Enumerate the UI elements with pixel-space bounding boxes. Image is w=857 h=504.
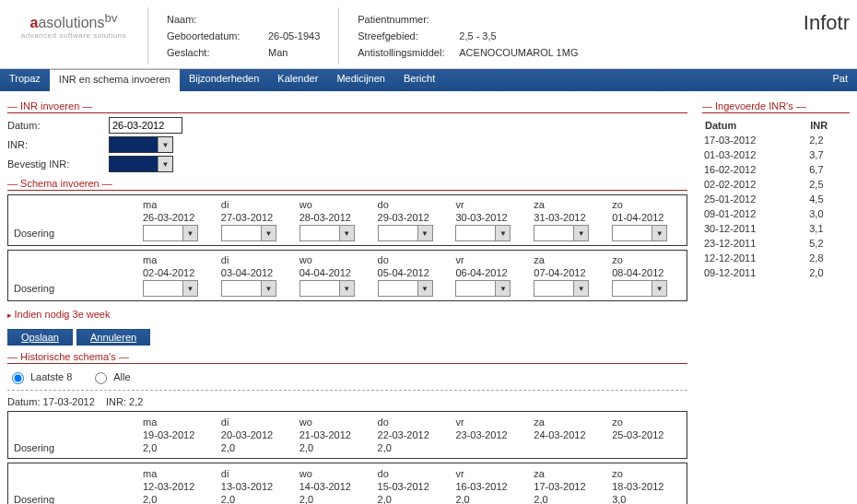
- dropdown-arrow-icon: ▼: [261, 281, 276, 296]
- date-label: 26-03-2012: [143, 212, 212, 223]
- tab-inr-schema[interactable]: INR en schema invoeren: [50, 69, 180, 91]
- dose-select[interactable]: ▼: [378, 280, 433, 297]
- table-row: 17-03-20122,2: [704, 134, 848, 147]
- dropdown-arrow-icon: ▼: [182, 281, 197, 296]
- date-label: 20-03-2012: [221, 428, 290, 441]
- dropdown-arrow-icon: ▼: [417, 281, 432, 296]
- date-label: 18-03-2012: [612, 480, 681, 493]
- dosering-label: Dosering: [14, 441, 134, 454]
- date-label: 23-03-2012: [455, 428, 524, 441]
- day-label: zo: [612, 467, 681, 480]
- day-label: ma: [143, 467, 212, 480]
- dose-select[interactable]: ▼: [612, 280, 667, 297]
- radio-laatste8[interactable]: Laatste 8: [7, 369, 72, 384]
- header: aasolutionsbv advanced software solution…: [0, 0, 857, 69]
- date-label: 15-03-2012: [378, 480, 447, 493]
- antistolling-label: Antistollingsmiddel:: [358, 44, 459, 61]
- logo: aasolutionsbv advanced software solution…: [0, 7, 147, 64]
- day-label: ma: [143, 199, 212, 210]
- datum-label: Datum:: [7, 120, 109, 131]
- day-label: di: [221, 254, 290, 265]
- day-label: ma: [143, 416, 212, 428]
- annuleren-button[interactable]: Annuleren: [76, 329, 150, 346]
- table-row: 12-12-20112,8: [704, 252, 848, 264]
- logo-sup: bv: [104, 11, 117, 25]
- dose-value: 2,0: [221, 441, 290, 454]
- dose-select[interactable]: ▼: [221, 225, 276, 241]
- dose-select[interactable]: ▼: [143, 225, 198, 241]
- tab-right[interactable]: Pat: [823, 69, 857, 91]
- dropdown-arrow-icon: ▼: [495, 226, 510, 240]
- tab-tropaz[interactable]: Tropaz: [0, 69, 50, 91]
- radio-alle-label: Alle: [113, 371, 130, 382]
- logo-text: asolutions: [38, 15, 104, 30]
- dose-select[interactable]: ▼: [534, 225, 589, 241]
- tab-bericht[interactable]: Bericht: [394, 69, 444, 91]
- dose-select[interactable]: ▼: [612, 225, 667, 241]
- date-label: 01-04-2012: [612, 212, 681, 223]
- day-label: vr: [455, 467, 524, 480]
- hist-datum-val: 17-03-2012: [43, 396, 95, 407]
- dose-select[interactable]: ▼: [455, 280, 511, 297]
- inr-date: 30-12-2011: [704, 222, 807, 235]
- dropdown-arrow-icon: ▼: [652, 281, 666, 296]
- radio-laatste8-input[interactable]: [12, 372, 24, 384]
- day-label: wo: [299, 467, 369, 480]
- date-label: 14-03-2012: [299, 480, 369, 493]
- bevestig-inr-label: Bevestig INR:: [7, 158, 109, 170]
- tab-bijzonderheden[interactable]: Bijzonderheden: [180, 69, 268, 91]
- dose-select[interactable]: ▼: [534, 280, 589, 297]
- table-row: 16-02-20126,7: [704, 163, 848, 176]
- date-label: 02-04-2012: [143, 267, 212, 278]
- antistolling-value: ACENOCOUMAROL 1MG: [459, 47, 578, 58]
- dose-value: 2,0: [299, 441, 369, 454]
- table-row: 25-01-20124,5: [704, 193, 848, 205]
- day-label: ma: [143, 254, 212, 265]
- dose-select[interactable]: ▼: [221, 280, 276, 297]
- day-label: wo: [299, 199, 369, 210]
- dose-value: 3,0: [612, 493, 681, 504]
- day-label: za: [534, 416, 603, 428]
- dose-select[interactable]: ▼: [143, 280, 198, 297]
- date-label: 21-03-2012: [299, 428, 369, 441]
- dose-select[interactable]: ▼: [378, 225, 433, 241]
- day-label: zo: [612, 254, 681, 265]
- tab-medicijnen[interactable]: Medicijnen: [327, 69, 394, 91]
- day-label: zo: [612, 416, 681, 428]
- datum-input[interactable]: [109, 117, 182, 134]
- brand-right: Infotr: [796, 7, 857, 64]
- day-label: di: [221, 467, 290, 480]
- dose-select[interactable]: ▼: [299, 280, 355, 297]
- inr-value: 2,0: [809, 266, 848, 279]
- section-historische: Historische schema's: [7, 351, 687, 364]
- historic-row1: ma di wo do vr za zo 19-03-2012 20-03-20…: [7, 411, 687, 459]
- dropdown-arrow-icon: ▼: [339, 226, 354, 240]
- dose-select[interactable]: ▼: [299, 225, 355, 241]
- historic-header: Datum: 17-03-2012 INR: 2,2: [7, 396, 687, 407]
- dose-select[interactable]: ▼: [455, 225, 511, 241]
- dropdown-arrow-icon: ▼: [495, 281, 510, 296]
- dose-value: 2,0: [143, 441, 212, 454]
- opslaan-button[interactable]: Opslaan: [7, 329, 73, 346]
- dropdown-arrow-icon: ▼: [652, 226, 666, 240]
- dose-value: 2,0: [143, 493, 212, 504]
- date-label: 06-04-2012: [455, 267, 524, 278]
- bevestig-inr-select[interactable]: ▼: [109, 156, 173, 172]
- inr-date: 09-01-2012: [704, 207, 807, 220]
- radio-alle[interactable]: Alle: [90, 369, 130, 384]
- streefgebied-label: Streefgebied:: [358, 28, 459, 44]
- inr-date: 01-03-2012: [704, 148, 807, 161]
- historic-row2: ma di wo do vr za zo 12-03-2012 13-03-20…: [7, 463, 687, 504]
- inr-value: 2,2: [809, 134, 848, 147]
- inr-value: 3,7: [809, 148, 848, 161]
- link-3e-week[interactable]: Indien nodig 3e week: [7, 309, 110, 320]
- streefgebied-value: 2,5 - 3,5: [459, 30, 496, 41]
- patient-info-col2: Patientnummer: Streefgebied:2,5 - 3,5 An…: [338, 7, 596, 64]
- date-label: 25-03-2012: [612, 428, 681, 441]
- inr-value: 3,1: [809, 222, 848, 235]
- tab-kalender[interactable]: Kalender: [268, 69, 327, 91]
- table-row: 02-02-20122,5: [704, 178, 848, 191]
- schema-week1: ma di wo do vr za zo 26-03-2012 27-03-20…: [7, 194, 687, 246]
- radio-alle-input[interactable]: [95, 372, 107, 384]
- inr-select[interactable]: ▼: [109, 136, 173, 153]
